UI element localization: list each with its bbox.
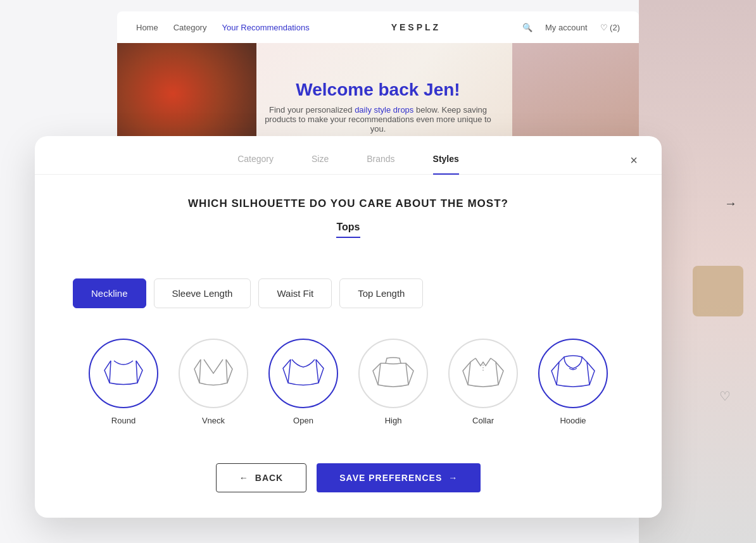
modal: Category Size Brands Styles × WHICH SILH…: [35, 136, 662, 518]
filter-neckline[interactable]: Neckline: [73, 278, 146, 308]
back-arrow-icon: ←: [239, 473, 249, 483]
hero-title-name: Jen!: [424, 80, 460, 99]
neckline-hoodie[interactable]: Hoodie: [538, 339, 608, 425]
bag-image: [693, 266, 743, 316]
collar-icon: [458, 348, 508, 399]
right-panel-arrow-icon[interactable]: →: [724, 196, 737, 211]
neckline-options: Round Vneck: [73, 339, 624, 425]
high-neck-icon: [368, 348, 419, 399]
brand-logo: YESPLZ: [391, 22, 441, 32]
filter-top-length[interactable]: Top Length: [339, 278, 423, 308]
neckline-high[interactable]: High: [358, 339, 428, 425]
nav-recommendations[interactable]: Your Recommendations: [222, 23, 309, 32]
neckline-high-label: High: [385, 416, 402, 425]
hero-title: Welcome back Jen!: [258, 80, 498, 100]
nav-category[interactable]: Category: [173, 23, 207, 32]
neckline-open-circle[interactable]: [268, 339, 338, 408]
save-preferences-button[interactable]: SAVE PREFERENCES →: [317, 463, 481, 492]
back-button[interactable]: ← BACK: [216, 463, 306, 492]
hero-text: Welcome back Jen! Find your personalized…: [258, 80, 498, 134]
modal-tabs: Category Size Brands Styles ×: [35, 136, 662, 175]
save-arrow-icon: →: [448, 473, 458, 483]
right-panel-heart-icon[interactable]: ♡: [719, 389, 731, 404]
nav-right: 🔍 My account ♡ (2): [522, 23, 620, 32]
modal-question: WHICH SILHOUETTE DO YOU CARE ABOUT THE M…: [73, 197, 624, 210]
tab-styles[interactable]: Styles: [433, 154, 459, 174]
neckline-collar-circle[interactable]: [448, 339, 518, 408]
neckline-hoodie-label: Hoodie: [560, 416, 586, 425]
neckline-round-label: Round: [111, 416, 135, 425]
tab-category[interactable]: Category: [237, 154, 274, 174]
modal-subtitle: Tops: [336, 222, 360, 238]
neckline-collar[interactable]: Collar: [448, 339, 518, 425]
background-navbar: Home Category Your Recommendations YESPL…: [117, 11, 639, 43]
filter-buttons: Neckline Sleeve Length Waist Fit Top Len…: [73, 278, 624, 308]
tab-size[interactable]: Size: [312, 154, 329, 174]
save-button-label: SAVE PREFERENCES: [339, 473, 442, 483]
neckline-vneck-label: Vneck: [202, 416, 225, 425]
hero-subtitle: Find your personalized daily style drops…: [258, 105, 498, 134]
vneck-icon: [188, 348, 239, 399]
wishlist-icon[interactable]: ♡ (2): [600, 23, 621, 32]
neckline-open-label: Open: [293, 416, 313, 425]
modal-footer: ← BACK SAVE PREFERENCES →: [35, 463, 662, 492]
neckline-round[interactable]: Round: [89, 339, 158, 425]
subtitle-wrapper: Tops: [73, 222, 624, 258]
neckline-round-circle[interactable]: [89, 339, 158, 408]
open-neck-icon: [278, 348, 329, 399]
neckline-open[interactable]: Open: [268, 339, 338, 425]
round-neck-icon: [98, 348, 149, 399]
neckline-collar-label: Collar: [472, 416, 494, 425]
nav-links: Home Category Your Recommendations: [136, 23, 310, 32]
neckline-hoodie-circle[interactable]: [538, 339, 608, 408]
hero-subtitle-text: Find your personalized: [269, 105, 353, 115]
neckline-high-circle[interactable]: [358, 339, 428, 408]
nav-home[interactable]: Home: [136, 23, 158, 32]
my-account-link[interactable]: My account: [545, 23, 587, 32]
hoodie-icon: [548, 348, 598, 399]
close-button[interactable]: ×: [624, 150, 644, 170]
filter-waist-fit[interactable]: Waist Fit: [258, 278, 332, 308]
back-button-label: BACK: [255, 473, 283, 483]
neckline-vneck-circle[interactable]: [179, 339, 248, 408]
hero-style-drops-link[interactable]: daily style drops: [355, 105, 413, 115]
filter-sleeve-length[interactable]: Sleeve Length: [154, 278, 251, 308]
search-icon[interactable]: 🔍: [522, 23, 532, 32]
modal-body: WHICH SILHOUETTE DO YOU CARE ABOUT THE M…: [35, 175, 662, 425]
tab-brands[interactable]: Brands: [367, 154, 394, 174]
hero-title-prefix: Welcome back: [296, 80, 424, 99]
neckline-vneck[interactable]: Vneck: [179, 339, 248, 425]
